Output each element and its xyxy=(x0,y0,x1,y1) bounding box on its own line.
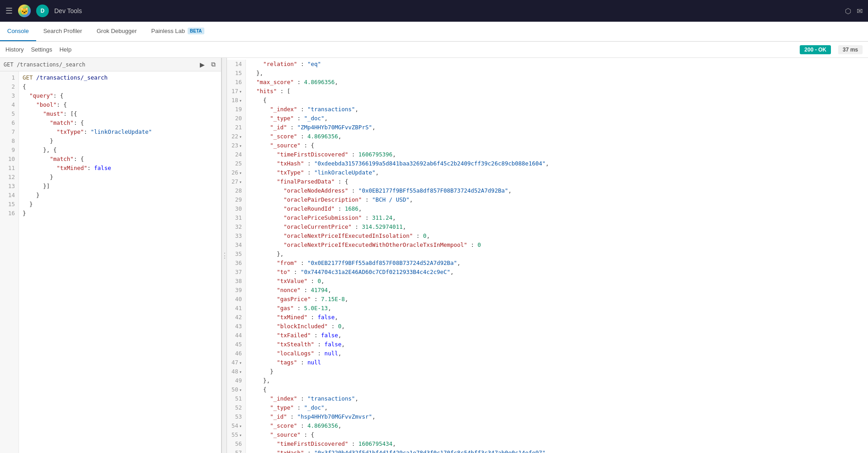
resp-line-26: 26 "txType" : "linkOracleUpdate", xyxy=(227,168,868,177)
panel-divider[interactable]: ⋮ xyxy=(222,58,227,453)
resp-line-22: 22 "_score" : 4.8696356, xyxy=(227,132,868,141)
resp-line-21: 21 "_id" : "ZMp4HHYb70MGFvvZBPrS", xyxy=(227,123,868,132)
user-avatar[interactable]: D xyxy=(36,5,49,17)
history-button[interactable]: History xyxy=(5,46,24,53)
editor-header: GET /transactions/_search ▶ ⧉ xyxy=(0,58,221,71)
divider-handle: ⋮ xyxy=(221,251,227,260)
line-numbers: 1 2 3 4 5 6 7 8 9 10 11 12 13 14 15 16 xyxy=(0,71,19,453)
resp-line-47: 47 "tags" : null xyxy=(227,358,868,367)
settings-button[interactable]: Settings xyxy=(31,46,52,53)
response-content: 14 "relation" : "eq" 15 }, 16 "max_score… xyxy=(227,58,868,453)
resp-line-38: 38 "txValue" : 0, xyxy=(227,277,868,286)
resp-line-52: 52 "_type" : "_doc", xyxy=(227,403,868,412)
copy-button[interactable]: ⧉ xyxy=(209,60,217,69)
resp-line-44: 44 "txFailed" : false, xyxy=(227,331,868,340)
resp-line-51: 51 "_index" : "transactions", xyxy=(227,394,868,403)
resp-line-42: 42 "txMined" : false, xyxy=(227,313,868,322)
top-bar-actions: ⬡ ✉ xyxy=(845,7,863,15)
resp-line-31: 31 "oraclePriceSubmission" : 311.24, xyxy=(227,213,868,222)
resp-line-19: 19 "_index" : "transactions", xyxy=(227,105,868,114)
app-title: Dev Tools xyxy=(54,7,82,14)
resp-line-43: 43 "blockIncluded" : 0, xyxy=(227,322,868,331)
resp-line-54: 54 "_score" : 4.8696356, xyxy=(227,421,868,430)
beta-badge: BETA xyxy=(188,28,204,34)
tab-search-profiler[interactable]: Search Profiler xyxy=(36,22,90,41)
kibana-logo: 🐱 xyxy=(18,5,31,17)
resp-line-57: 57 "txHash" : "0x3f220b4d32f5d1bf4d1f429… xyxy=(227,448,868,453)
resp-line-32: 32 "oracleCurrentPrice" : 314.52974011, xyxy=(227,222,868,231)
resp-line-55: 55 "_source" : { xyxy=(227,430,868,439)
resp-line-36: 36 "from" : "0x0EB2177f9BFf55a8df857F08B… xyxy=(227,259,868,268)
toolbar: History Settings Help 200 - OK 37 ms xyxy=(0,42,868,58)
resp-line-27: 27 "finalParsedData" : { xyxy=(227,177,868,186)
resp-line-49: 49 }, xyxy=(227,376,868,385)
resp-line-39: 39 "nonce" : 41794, xyxy=(227,286,868,295)
main-content: GET /transactions/_search ▶ ⧉ 1 2 3 4 5 … xyxy=(0,58,868,453)
resp-line-30: 30 "oracleRoundId" : 1686, xyxy=(227,204,868,213)
resp-line-53: 53 "_id" : "hsp4HHYb70MGFvvZmvsr", xyxy=(227,412,868,421)
top-bar: ☰ 🐱 D Dev Tools ⬡ ✉ xyxy=(0,0,868,22)
response-panel[interactable]: 14 "relation" : "eq" 15 }, 16 "max_score… xyxy=(227,58,868,453)
editor-panel: GET /transactions/_search ▶ ⧉ 1 2 3 4 5 … xyxy=(0,58,222,453)
resp-line-45: 45 "txStealth" : false, xyxy=(227,340,868,349)
resp-line-20: 20 "_type" : "_doc", xyxy=(227,114,868,123)
resp-line-17: 17 "hits" : [ xyxy=(227,87,868,96)
resp-line-35: 35 }, xyxy=(227,250,868,259)
resp-line-23: 23 "_source" : { xyxy=(227,141,868,150)
run-button[interactable]: ▶ xyxy=(198,60,207,69)
editor-actions: ▶ ⧉ xyxy=(198,60,217,69)
request-line: GET /transactions/_search xyxy=(4,61,85,68)
resp-line-25: 25 "txHash" : "0xdeebda3157366199a5d841b… xyxy=(227,159,868,168)
resp-line-56: 56 "timeFirstDiscovered" : 1606795434, xyxy=(227,439,868,448)
resp-line-48: 48 } xyxy=(227,367,868,376)
resp-line-18: 18 { xyxy=(227,96,868,105)
share-icon[interactable]: ⬡ xyxy=(845,7,851,15)
time-badge: 37 ms xyxy=(838,45,863,54)
status-badge: 200 - OK xyxy=(800,45,831,54)
resp-line-50: 50 { xyxy=(227,385,868,394)
resp-line-24: 24 "timeFirstDiscovered" : 1606795396, xyxy=(227,150,868,159)
tab-painless-lab[interactable]: Painless Lab BETA xyxy=(144,22,212,41)
resp-line-41: 41 "gas" : 5.0E-13, xyxy=(227,304,868,313)
resp-line-34: 34 "oracleNextPriceIfExecutedWithOtherOr… xyxy=(227,241,868,250)
resp-line-46: 46 "localLogs" : null, xyxy=(227,349,868,358)
tabs-bar: Console Search Profiler Grok Debugger Pa… xyxy=(0,22,868,42)
mail-icon[interactable]: ✉ xyxy=(857,7,863,15)
resp-line-40: 40 "gasPrice" : 7.15E-8, xyxy=(227,295,868,304)
code-area[interactable]: 1 2 3 4 5 6 7 8 9 10 11 12 13 14 15 16 G… xyxy=(0,71,221,453)
help-button[interactable]: Help xyxy=(59,46,71,53)
resp-line-15: 15 }, xyxy=(227,69,868,78)
code-content[interactable]: GET /transactions/_search { "query": { "… xyxy=(19,71,221,453)
resp-line-33: 33 "oracleNextPriceIfExecutedInIsolation… xyxy=(227,231,868,241)
resp-line-29: 29 "oraclePairDescription" : "BCH / USD"… xyxy=(227,195,868,204)
menu-icon[interactable]: ☰ xyxy=(5,6,13,16)
tab-grok-debugger[interactable]: Grok Debugger xyxy=(90,22,144,41)
resp-line-14: 14 "relation" : "eq" xyxy=(227,60,868,69)
resp-line-16: 16 "max_score" : 4.8696356, xyxy=(227,78,868,87)
resp-line-37: 37 "to" : "0x744704c31a2E46AD60c7CDf0212… xyxy=(227,268,868,277)
resp-line-28: 28 "oracleNodeAddress" : "0x0EB2177f9BFf… xyxy=(227,186,868,195)
tab-console[interactable]: Console xyxy=(0,22,36,41)
